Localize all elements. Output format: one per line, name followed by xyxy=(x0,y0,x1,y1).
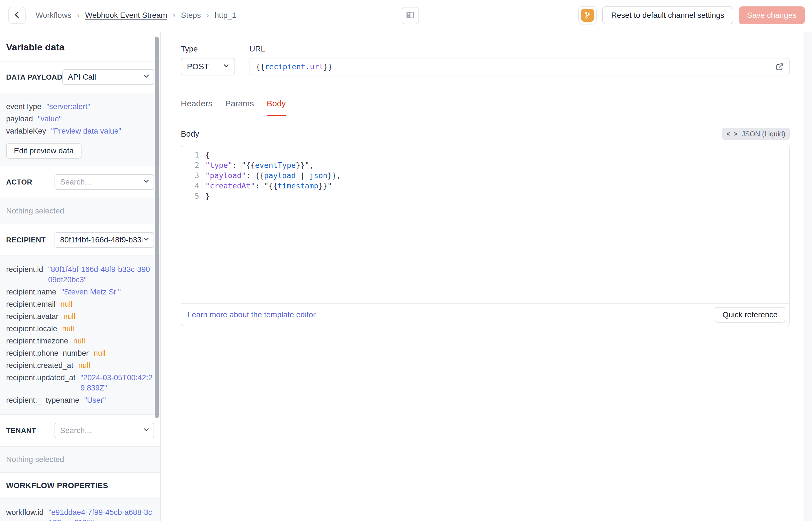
kv-key: recipient.updated_at xyxy=(6,372,75,383)
url-token: url xyxy=(310,62,324,71)
data-payload-row: DATA PAYLOAD API Call xyxy=(0,62,160,93)
kv-key: recipient.email xyxy=(6,299,55,309)
data-payload-select[interactable]: API Call xyxy=(62,69,154,85)
body-editor-panel: 1{2"type": "{{eventType}}",3"payload": {… xyxy=(181,145,790,326)
type-label: Type xyxy=(181,45,235,53)
kv-key: variableKey xyxy=(6,126,46,136)
tab-params[interactable]: Params xyxy=(225,99,254,116)
code-line: 4"createdAt": "{{timestamp}}" xyxy=(182,181,789,191)
kv-row: payload"value" xyxy=(6,114,154,124)
tenant-label: TENANT xyxy=(6,426,36,435)
kv-value: "server:alert" xyxy=(46,101,90,112)
code-token: {{ xyxy=(246,161,255,169)
tab-body[interactable]: Body xyxy=(267,99,286,116)
breadcrumb-item-workflows[interactable]: Workflows xyxy=(35,11,71,20)
url-value: {{recipient.url}} xyxy=(256,62,771,71)
breadcrumb-item-webhook-event-stream[interactable]: Webhook Event Stream xyxy=(85,11,167,20)
edit-preview-data-button[interactable]: Edit preview data xyxy=(6,143,81,159)
actor-empty-state: Nothing selected xyxy=(0,198,160,224)
kv-value: null xyxy=(64,311,75,321)
kv-value: null xyxy=(94,348,106,358)
http-method-value: POST xyxy=(187,62,222,71)
kv-row: recipient.__typename"User" xyxy=(6,395,154,405)
editor-footer: Learn more about the template editor Qui… xyxy=(182,303,789,325)
kv-row: recipient.id"80f1f4bf-166d-48f9-b33c-390… xyxy=(6,264,154,285)
code-token: " xyxy=(328,181,332,190)
code-line: 3"payload": {{payload | json}}, xyxy=(182,170,789,181)
chevron-left-icon xyxy=(12,10,22,21)
code-token: : xyxy=(255,181,264,190)
reset-channel-settings-button[interactable]: Reset to default channel settings xyxy=(602,6,733,24)
recipient-select[interactable]: 80f1f4bf-166d-48f9-b33c xyxy=(54,232,154,248)
back-button[interactable] xyxy=(8,7,26,24)
kv-value: "2024-03-05T00:42:29.839Z" xyxy=(80,372,154,393)
commit-button[interactable] xyxy=(578,6,597,24)
external-link-icon[interactable] xyxy=(775,62,784,71)
kv-value: "Steven Metz Sr." xyxy=(61,287,121,297)
url-token: {{ xyxy=(256,62,265,71)
kv-value: null xyxy=(62,323,74,334)
kv-value: null xyxy=(73,336,85,346)
breadcrumb-item-http_1: http_1 xyxy=(214,11,236,20)
kv-key: recipient.avatar xyxy=(6,311,58,321)
url-input[interactable]: {{recipient.url}} xyxy=(249,58,790,75)
url-token: }} xyxy=(324,62,333,71)
kv-key: recipient.timezone xyxy=(6,336,68,346)
code-token: }} xyxy=(318,181,328,190)
tab-headers[interactable]: Headers xyxy=(181,99,212,116)
kv-row: recipient.phone_numbernull xyxy=(6,348,154,358)
recipient-fields-list: recipient.id"80f1f4bf-166d-48f9-b33c-390… xyxy=(6,264,154,405)
kv-row: recipient.emailnull xyxy=(6,299,154,309)
code-token: "type" xyxy=(205,161,233,169)
kv-key: workflow.id xyxy=(6,507,44,517)
recipient-fields-section: recipient.id"80f1f4bf-166d-48f9-b33c-390… xyxy=(0,256,160,414)
code-text: "type": "{{eventType}}", xyxy=(205,160,314,170)
kv-row: recipient.localenull xyxy=(6,323,154,334)
code-token: " xyxy=(241,161,246,169)
code-editor[interactable]: 1{2"type": "{{eventType}}",3"payload": {… xyxy=(182,145,789,303)
preview-data-section: eventType"server:alert"payload"value"var… xyxy=(0,93,160,166)
code-token: : xyxy=(246,171,255,180)
http-method-select[interactable]: POST xyxy=(181,58,235,75)
editor-language-badge: < > JSON (Liquid) xyxy=(722,128,790,140)
actor-search-select[interactable]: Search... xyxy=(54,174,154,190)
code-token: , xyxy=(309,161,314,169)
request-editor-main: Type POST URL {{recipient.url}} xyxy=(161,32,805,521)
main-scrollbar-gutter[interactable] xyxy=(805,32,812,521)
panel-toggle-button[interactable] xyxy=(402,7,419,24)
kv-row: recipient.name"Steven Metz Sr." xyxy=(6,287,154,297)
breadcrumb-item-steps[interactable]: Steps xyxy=(181,11,201,20)
code-text: } xyxy=(205,191,210,201)
template-editor-learn-more-link[interactable]: Learn more about the template editor xyxy=(188,310,316,319)
actor-search-placeholder: Search... xyxy=(60,178,142,186)
data-payload-label: DATA PAYLOAD xyxy=(6,73,62,82)
url-token: recipient. xyxy=(265,62,310,71)
variable-data-sidebar: Variable data DATA PAYLOAD API Call even… xyxy=(0,32,161,521)
kv-key: recipient.name xyxy=(6,287,56,297)
chevron-down-icon xyxy=(142,426,150,435)
kv-row: workflow.id"e91ddae4-7f99-45cb-a688-3c12… xyxy=(6,507,154,521)
code-text: { xyxy=(205,150,210,160)
breadcrumb: Workflows›Webhook Event Stream›Steps›htt… xyxy=(35,11,236,20)
code-token: timestamp xyxy=(278,181,318,190)
request-tabs: HeadersParamsBody xyxy=(181,99,790,116)
kv-value: "Preview data value" xyxy=(51,126,121,136)
body-section-header: Body < > JSON (Liquid) xyxy=(181,128,790,140)
chevron-down-icon xyxy=(142,72,150,82)
quick-reference-button[interactable]: Quick reference xyxy=(715,307,785,322)
git-branch-icon xyxy=(581,9,594,22)
sidebar-scrollbar[interactable] xyxy=(155,37,159,418)
code-token: " xyxy=(305,161,309,169)
breadcrumb-separator: › xyxy=(173,11,175,20)
save-changes-button[interactable]: Save changes xyxy=(739,6,805,24)
code-token: | xyxy=(296,171,309,180)
tenant-search-select[interactable]: Search... xyxy=(54,423,154,438)
tenant-empty-state: Nothing selected xyxy=(0,447,160,472)
kv-row: recipient.updated_at"2024-03-05T00:42:29… xyxy=(6,372,154,393)
code-token: "payload" xyxy=(205,171,246,180)
code-token: { xyxy=(205,151,210,159)
kv-value: null xyxy=(61,299,72,309)
chevron-down-icon xyxy=(142,177,150,187)
kv-row: recipient.avatarnull xyxy=(6,311,154,321)
kv-value: "e91ddae4-7f99-45cb-a688-3c129aae3105" xyxy=(49,507,154,521)
